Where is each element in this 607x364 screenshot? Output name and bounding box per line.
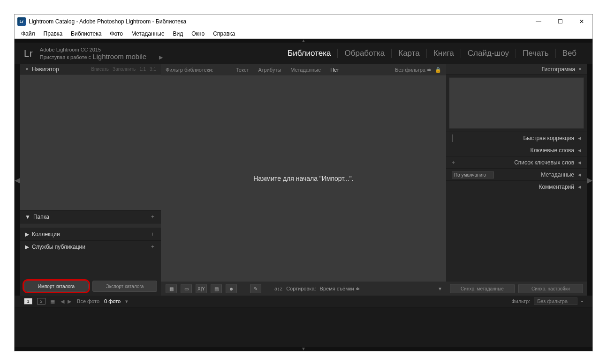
identity-play-icon[interactable]: ▶ [159,54,163,60]
folders-add-icon[interactable]: + [149,214,156,220]
folders-expand-icon: ▼ [25,214,30,220]
export-catalog-button[interactable]: Экспорт каталога [92,281,157,292]
menubar: Файл Правка Библиотека Фото Метаданные В… [15,29,592,39]
bottom-panel-toggle[interactable]: ▼ [15,347,592,351]
sort-dropdown[interactable]: Время съёмки ≑ [320,286,360,292]
collections-header[interactable]: ▶ Коллекции + [20,228,161,240]
app-body: ▲ Lr Adobe Lightroom CC 2015 Приступая к… [15,39,592,351]
filmstrip[interactable] [15,307,592,347]
module-print[interactable]: Печать [516,49,556,58]
close-button[interactable]: ✕ [571,15,592,29]
menu-view[interactable]: Вид [169,30,187,38]
sync-settings-button[interactable]: Синхр. настройки [518,284,583,293]
navigator-zoom-options: Вписать Заполнить 1:1 3:1 [91,67,156,72]
nav-1to1[interactable]: 1:1 [139,67,146,72]
main-window-button[interactable]: 1 [24,298,32,305]
view-compare-icon[interactable]: X|Y [196,284,207,293]
menu-help[interactable]: Справка [209,30,239,38]
filmstrip-prev-icon[interactable]: ◀ [61,298,64,304]
sort-label: Сортировка: [286,286,316,291]
sync-metadata-button[interactable]: Синхр. метаданные [450,284,515,293]
publish-header[interactable]: ▶ Службы публикации + [20,241,161,253]
menu-photo[interactable]: Фото [106,30,127,38]
keywords-label: Ключевые слова [531,147,574,154]
folders-section: ▼ Папка + [20,210,161,228]
maximize-button[interactable]: ☐ [549,15,571,29]
filter-metadata[interactable]: Метаданные [288,67,323,73]
metadata-preset-dropdown[interactable]: По умолчанию [452,171,494,178]
histogram-header[interactable]: Гистограмма ▼ [446,64,587,74]
identity-line2-brand[interactable]: Lightroom mobile [92,52,146,60]
minimize-button[interactable]: — [528,15,549,29]
module-book[interactable]: Книга [427,49,461,58]
filmstrip-next-icon[interactable]: ▶ [68,298,71,304]
folders-body [20,223,161,228]
toolbar-more-icon[interactable]: ▾ [439,285,441,292]
quick-develop-label: Быстрая коррекция [523,135,574,141]
filter-attributes[interactable]: Атрибуты [256,67,283,73]
filter-text[interactable]: Текст [234,67,251,73]
view-survey-icon[interactable]: ▤ [211,284,222,293]
left-panel-toggle[interactable]: ◀ [15,64,20,296]
navigator-preview[interactable] [20,74,161,210]
publish-label: Службы публикации [32,244,85,250]
folders-header[interactable]: ▼ Папка + [20,211,161,223]
view-grid-icon[interactable]: ▦ [166,284,177,293]
nav-fit[interactable]: Вписать [91,67,109,72]
view-people-icon[interactable]: ☻ [226,284,237,293]
keyword-list-header[interactable]: + Список ключевых слов ◀ [446,156,587,168]
metadata-label: Метаданные [541,171,574,178]
module-picker: Библиотека Обработка Карта Книга Слайд-ш… [281,49,583,58]
center-panel: Фильтр библиотеки: Текст Атрибуты Метада… [161,64,446,296]
filmstrip-filter-label: Фильтр: [511,298,530,304]
navigator-collapse-icon: ▼ [25,67,29,72]
quick-develop-stepper[interactable] [452,134,453,142]
filter-none[interactable]: Нет [328,67,341,73]
grid-view[interactable]: Нажмите для начала "Импорт...". [161,75,446,282]
filter-preset-dropdown[interactable]: Без фильтра ≑ [395,67,431,73]
metadata-expand-icon: ◀ [578,172,581,177]
left-panel-buttons: Импорт каталога Экспорт каталога [20,277,161,296]
sort-az-icon[interactable]: a↕z [274,286,282,291]
filmstrip-count: 0 фото [104,298,121,304]
nav-fill[interactable]: Заполнить [113,67,136,72]
keyword-list-add-icon[interactable]: + [452,159,455,166]
menu-library[interactable]: Библиотека [67,30,105,38]
grid-empty-message: Нажмите для начала "Импорт...". [253,175,353,182]
keyword-list-label: Список ключевых слов [514,159,574,166]
module-web[interactable]: Веб [556,49,583,58]
right-panel-buttons: Синхр. метаданные Синхр. настройки [446,282,587,296]
filmstrip-source-caret[interactable]: ▾ [125,298,128,305]
quick-develop-header[interactable]: Быстрая коррекция ◀ [446,132,587,144]
module-slideshow[interactable]: Слайд-шоу [461,49,516,58]
keywords-header[interactable]: Ключевые слова ◀ [446,144,587,156]
module-library[interactable]: Библиотека [281,49,338,58]
navigator-header[interactable]: ▼ Навигатор Вписать Заполнить 1:1 3:1 [20,64,161,74]
menu-metadata[interactable]: Метаданные [128,30,168,38]
nav-3to1[interactable]: 3:1 [150,67,156,72]
collections-add-icon[interactable]: + [149,231,156,238]
filmstrip-filter-dropdown[interactable]: Без фильтра [534,297,577,305]
filmstrip-grid-icon[interactable]: ▦ [50,298,55,305]
keyword-list-expand-icon: ◀ [578,160,581,165]
painter-icon[interactable]: ✎ [250,284,261,293]
left-panel: ▼ Навигатор Вписать Заполнить 1:1 3:1 ▼ … [20,64,161,296]
filmstrip-filter-switch-icon[interactable]: ▪ [581,298,583,304]
menu-window[interactable]: Окно [188,30,208,38]
keywords-expand-icon: ◀ [578,148,581,153]
right-panel-toggle[interactable]: ▶ [587,64,592,296]
view-loupe-icon[interactable]: ▭ [181,284,192,293]
comments-header[interactable]: Комментарий ◀ [446,180,587,193]
metadata-header[interactable]: По умолчанию Метаданные ◀ [446,168,587,180]
import-catalog-button[interactable]: Импорт каталога [24,281,89,292]
module-map[interactable]: Карта [392,49,427,58]
filmstrip-source-label[interactable]: Все фото [77,298,99,304]
menu-file[interactable]: Файл [17,30,39,38]
filter-lock-icon[interactable]: 🔒 [435,67,441,73]
top-panel-toggle[interactable]: ▲ [15,39,592,43]
publish-add-icon[interactable]: + [149,244,156,250]
menu-edit[interactable]: Правка [40,30,67,38]
histogram-view[interactable] [449,77,584,129]
module-develop[interactable]: Обработка [338,49,392,58]
second-window-button[interactable]: 2 [37,298,46,305]
